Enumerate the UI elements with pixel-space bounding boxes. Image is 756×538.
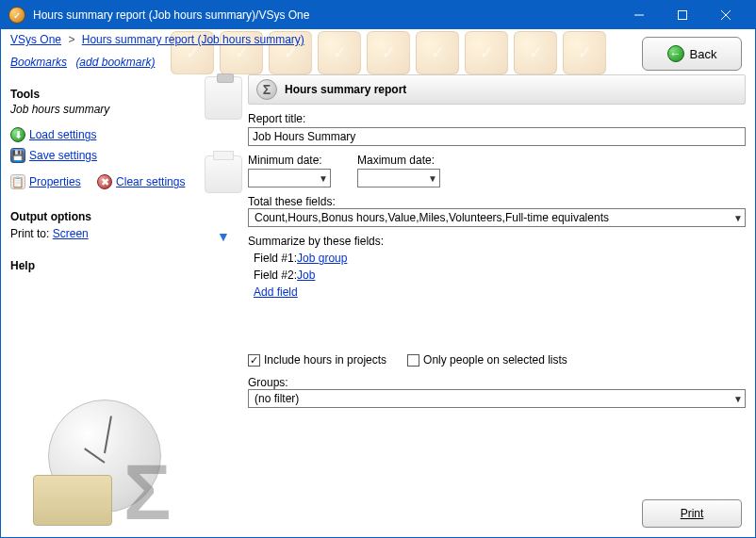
window-title: Hours summary report (Job hours summary)… [33, 8, 617, 22]
minimize-icon [634, 10, 644, 20]
breadcrumb-root[interactable]: VSys One [10, 33, 61, 46]
sigma-icon: Σ [256, 79, 277, 100]
app-icon: ✓ [8, 7, 25, 24]
properties-link[interactable]: Properties [29, 175, 81, 188]
include-hours-label: Include hours in projects [264, 353, 386, 367]
clipboard-icon [205, 76, 242, 120]
field2-label: Field #2: [254, 269, 297, 282]
printer-illustration [33, 475, 112, 526]
load-settings-link[interactable]: Load settings [29, 128, 96, 141]
print-to-value[interactable]: Screen [53, 227, 89, 240]
content-area: VSys One > Hours summary report (Job hou… [1, 29, 755, 537]
min-date-label: Minimum date: [248, 154, 331, 167]
print-button-label: Print [681, 507, 704, 520]
only-selected-box [407, 354, 419, 367]
back-arrow-icon: ← [667, 45, 684, 62]
total-fields-combo[interactable]: Count,Hours,Bonus hours,Value,Miles,Volu… [248, 208, 746, 227]
field2-link[interactable]: Job [297, 269, 315, 282]
include-hours-box: ✓ [248, 354, 260, 367]
back-button-label: Back [690, 47, 717, 61]
breadcrumb: VSys One > Hours summary report (Job hou… [10, 33, 746, 46]
app-window: ✓ Hours summary report (Job hours summar… [0, 0, 756, 538]
print-button[interactable]: Print [642, 499, 742, 528]
include-hours-checkbox[interactable]: ✓ Include hours in projects [248, 353, 386, 367]
back-button[interactable]: ← Back [642, 37, 742, 71]
chevron-down-icon: ▼ [733, 394, 743, 404]
save-settings-icon: 💾 [10, 148, 25, 163]
chevron-down-icon: ▼ [319, 173, 328, 184]
report-form: Σ Hours summary report Report title: Min… [248, 74, 746, 528]
print-to-label: Print to: [10, 227, 49, 240]
bookmarks-link[interactable]: Bookmarks [10, 56, 67, 69]
save-settings-link[interactable]: Save settings [29, 149, 97, 162]
svg-rect-1 [679, 11, 687, 20]
clear-settings-link[interactable]: Clear settings [116, 175, 185, 188]
close-icon [721, 10, 731, 20]
load-settings-icon: ⬇ [10, 127, 25, 142]
output-options-title: Output options [10, 210, 199, 223]
report-header-title: Hours summary report [285, 83, 406, 96]
properties-row: 📋 Properties [10, 174, 81, 189]
clear-settings-icon: ✖ [97, 174, 112, 189]
header-strip: VSys One > Hours summary report (Job hou… [1, 29, 755, 74]
maximize-button[interactable] [661, 1, 704, 29]
load-settings-row: ⬇ Load settings [10, 127, 96, 142]
close-button[interactable] [704, 1, 748, 29]
max-date-label: Maximum date: [357, 154, 440, 167]
only-selected-label: Only people on selected lists [423, 353, 567, 367]
groups-combo[interactable]: (no filter) ▼ [248, 389, 746, 408]
chevron-down-icon: ▼ [428, 173, 437, 184]
bookmarks-row: Bookmarks (add bookmark) [10, 56, 746, 69]
properties-icon: 📋 [10, 174, 25, 189]
chevron-down-icon: ▼ [217, 229, 230, 244]
breadcrumb-current[interactable]: Hours summary report (Job hours summary) [82, 33, 304, 46]
printer-icon [205, 155, 242, 193]
save-settings-row: 💾 Save settings [10, 148, 97, 163]
field1-link[interactable]: Job group [297, 252, 347, 265]
chevron-down-icon: ▼ [733, 213, 743, 223]
add-field-link[interactable]: Add field [254, 285, 298, 299]
breadcrumb-separator: > [68, 33, 74, 46]
total-fields-label: Total these fields: [248, 195, 336, 208]
add-bookmark-link[interactable]: (add bookmark) [75, 56, 155, 69]
maximize-icon [678, 10, 687, 20]
help-title: Help [10, 259, 199, 272]
report-title-input[interactable] [248, 127, 746, 146]
decorative-illustration: Σ [20, 399, 208, 531]
report-title-label: Report title: [248, 112, 746, 125]
clear-settings-row: ✖ Clear settings [97, 174, 185, 189]
field1-label: Field #1: [254, 252, 297, 265]
min-date-combo[interactable]: ▼ [248, 169, 331, 187]
groups-value: (no filter) [251, 392, 299, 405]
max-date-combo[interactable]: ▼ [357, 169, 440, 187]
summarize-label: Summarize by these fields: [248, 235, 384, 248]
minimize-button[interactable] [617, 1, 661, 29]
total-fields-value: Count,Hours,Bonus hours,Value,Miles,Volu… [251, 211, 609, 224]
only-selected-checkbox[interactable]: Only people on selected lists [407, 353, 567, 367]
sigma-illustration: Σ [123, 452, 171, 531]
tools-title: Tools [10, 88, 199, 101]
tools-subtitle: Job hours summary [10, 103, 199, 116]
output-options: Output options Print to: Screen [10, 210, 199, 240]
titlebar: ✓ Hours summary report (Job hours summar… [1, 1, 755, 29]
report-header: Σ Hours summary report [248, 74, 746, 105]
groups-label: Groups: [248, 376, 288, 389]
